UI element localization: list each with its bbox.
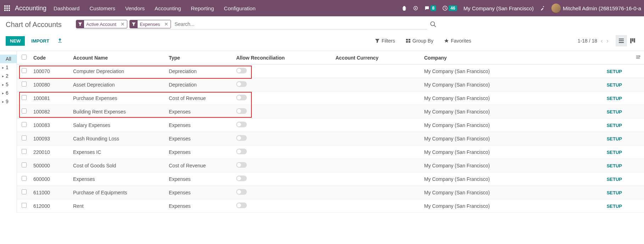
- messaging-icon[interactable]: 8: [424, 5, 437, 11]
- cell-recon[interactable]: [233, 78, 333, 92]
- cell-type[interactable]: Expenses: [166, 172, 233, 186]
- cell-name[interactable]: Purchase Expenses: [70, 92, 166, 105]
- import-button[interactable]: IMPORT: [27, 36, 54, 46]
- groupby-button[interactable]: Group By: [406, 38, 433, 44]
- user-menu[interactable]: Mitchell Admin (26815976-16-0-a: [551, 4, 641, 13]
- cell-name[interactable]: Cost of Goods Sold: [70, 159, 166, 172]
- new-button[interactable]: NEW: [6, 36, 25, 46]
- cell-curr[interactable]: [333, 159, 421, 172]
- cell-type[interactable]: Expenses: [166, 145, 233, 159]
- debug-icon[interactable]: [402, 6, 407, 11]
- pager-text[interactable]: 1-18 / 18: [578, 38, 597, 44]
- search-box[interactable]: Active Account ✕ Expenses ✕: [76, 20, 427, 29]
- row-checkbox-cell[interactable]: [17, 65, 31, 78]
- brand-label[interactable]: Accounting: [15, 5, 46, 12]
- toggle-off[interactable]: [236, 162, 247, 168]
- row-checkbox-cell[interactable]: [17, 145, 31, 159]
- sidebar-item-9[interactable]: ▸ 9: [0, 97, 17, 106]
- menu-accounting[interactable]: Accounting: [155, 5, 181, 11]
- cell-code[interactable]: 100082: [31, 105, 70, 118]
- cell-code[interactable]: 600000: [31, 172, 70, 186]
- cell-name[interactable]: Building Rent Expenses: [70, 105, 166, 118]
- cell-company[interactable]: My Company (San Francisco): [421, 145, 545, 159]
- row-checkbox-cell[interactable]: [17, 118, 31, 132]
- table-row[interactable]: 600000ExpensesExpensesMy Company (San Fr…: [17, 172, 644, 186]
- checkbox[interactable]: [22, 149, 27, 154]
- cell-company[interactable]: My Company (San Francisco): [421, 199, 545, 213]
- cell-company[interactable]: My Company (San Francisco): [421, 132, 545, 145]
- table-row[interactable]: 100082Building Rent ExpensesExpensesMy C…: [17, 105, 644, 118]
- table-row[interactable]: 100081Purchase ExpensesCost of RevenueMy…: [17, 92, 644, 105]
- header-curr[interactable]: Account Currency: [333, 51, 421, 65]
- company-switcher[interactable]: My Company (San Francisco): [463, 5, 534, 11]
- row-checkbox-cell[interactable]: [17, 132, 31, 145]
- cell-company[interactable]: My Company (San Francisco): [421, 92, 545, 105]
- apps-icon[interactable]: [3, 4, 11, 12]
- toggle-off[interactable]: [236, 189, 247, 195]
- setup-button[interactable]: SETUP: [607, 177, 622, 182]
- upload-icon[interactable]: [57, 38, 63, 44]
- header-company[interactable]: Company: [421, 51, 545, 65]
- filters-button[interactable]: Filters: [375, 38, 395, 44]
- search-input[interactable]: [173, 21, 427, 28]
- table-row[interactable]: 500000Cost of Goods SoldCost of RevenueM…: [17, 159, 644, 172]
- setup-button[interactable]: SETUP: [607, 69, 622, 74]
- table-row[interactable]: 100083Salary ExpensesExpensesMy Company …: [17, 118, 644, 132]
- cell-code[interactable]: 100083: [31, 118, 70, 132]
- cell-name[interactable]: Asset Depreciation: [70, 78, 166, 92]
- cell-curr[interactable]: [333, 132, 421, 145]
- support-icon[interactable]: [413, 6, 418, 11]
- row-checkbox-cell[interactable]: [17, 92, 31, 105]
- row-checkbox-cell[interactable]: [17, 78, 31, 92]
- cell-type[interactable]: Depreciation: [166, 65, 233, 78]
- cell-name[interactable]: Salary Expenses: [70, 118, 166, 132]
- row-checkbox-cell[interactable]: [17, 159, 31, 172]
- sidebar-item-1[interactable]: ▸ 1: [0, 63, 17, 72]
- cell-name[interactable]: Purchase of Equipments: [70, 186, 166, 199]
- table-row[interactable]: 100080Asset DepreciationDepreciationMy C…: [17, 78, 644, 92]
- cell-company[interactable]: My Company (San Francisco): [421, 78, 545, 92]
- cell-name[interactable]: Expenses: [70, 172, 166, 186]
- cell-curr[interactable]: [333, 118, 421, 132]
- cell-recon[interactable]: [233, 118, 333, 132]
- header-name[interactable]: Account Name: [70, 51, 166, 65]
- cell-type[interactable]: Expenses: [166, 105, 233, 118]
- cell-code[interactable]: 500000: [31, 159, 70, 172]
- row-checkbox-cell[interactable]: [17, 105, 31, 118]
- table-row[interactable]: 612000RentExpensesMy Company (San Franci…: [17, 199, 644, 213]
- cell-company[interactable]: My Company (San Francisco): [421, 172, 545, 186]
- cell-recon[interactable]: [233, 172, 333, 186]
- cell-code[interactable]: 100070: [31, 65, 70, 78]
- row-checkbox-cell[interactable]: [17, 186, 31, 199]
- checkbox[interactable]: [22, 135, 27, 140]
- tools-icon[interactable]: [540, 6, 545, 11]
- cell-name[interactable]: Computer Depreciation: [70, 65, 166, 78]
- cell-curr[interactable]: [333, 92, 421, 105]
- cell-curr[interactable]: [333, 145, 421, 159]
- cell-recon[interactable]: [233, 105, 333, 118]
- kanban-view-button[interactable]: [627, 35, 638, 46]
- cell-curr[interactable]: [333, 105, 421, 118]
- header-code[interactable]: Code: [31, 51, 70, 65]
- header-recon[interactable]: Allow Reconciliation: [233, 51, 333, 65]
- toggle-off[interactable]: [236, 176, 247, 181]
- cell-company[interactable]: My Company (San Francisco): [421, 65, 545, 78]
- menu-dashboard[interactable]: Dashboard: [54, 5, 79, 11]
- row-checkbox-cell[interactable]: [17, 199, 31, 213]
- table-row[interactable]: 611000Purchase of EquipmentsExpensesMy C…: [17, 186, 644, 199]
- favorites-button[interactable]: Favorites: [444, 38, 471, 44]
- cell-type[interactable]: Expenses: [166, 132, 233, 145]
- cell-recon[interactable]: [233, 92, 333, 105]
- sidebar-item-6[interactable]: ▸ 6: [0, 89, 17, 97]
- cell-curr[interactable]: [333, 172, 421, 186]
- header-options[interactable]: [632, 51, 644, 65]
- facet-remove[interactable]: ✕: [118, 21, 127, 27]
- sidebar-item-5[interactable]: ▸ 5: [0, 80, 17, 89]
- cell-recon[interactable]: [233, 159, 333, 172]
- checkbox[interactable]: [22, 82, 27, 87]
- cell-code[interactable]: 100080: [31, 78, 70, 92]
- setup-button[interactable]: SETUP: [607, 136, 622, 142]
- checkbox[interactable]: [22, 203, 27, 208]
- cell-curr[interactable]: [333, 186, 421, 199]
- cell-recon[interactable]: [233, 65, 333, 78]
